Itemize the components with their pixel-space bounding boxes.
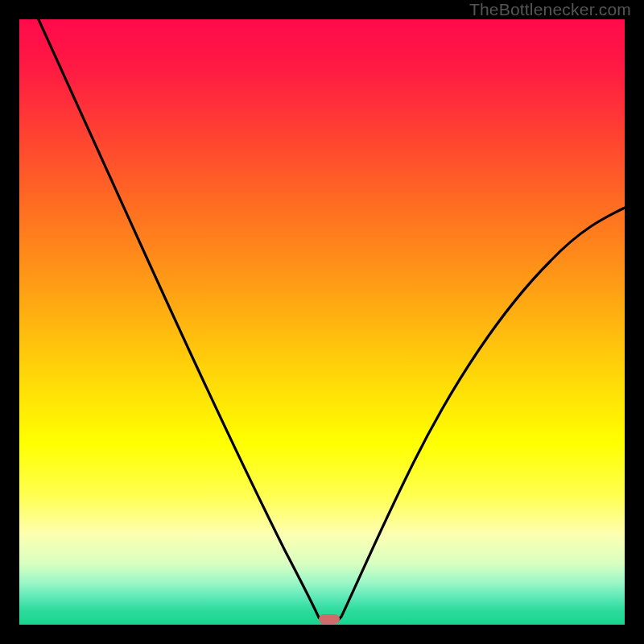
chart-frame <box>8 8 636 636</box>
optimal-marker <box>19 19 625 625</box>
plot-area <box>19 19 625 625</box>
marker-pill <box>319 614 340 624</box>
watermark-text: TheBottlenecker.com <box>469 0 631 19</box>
